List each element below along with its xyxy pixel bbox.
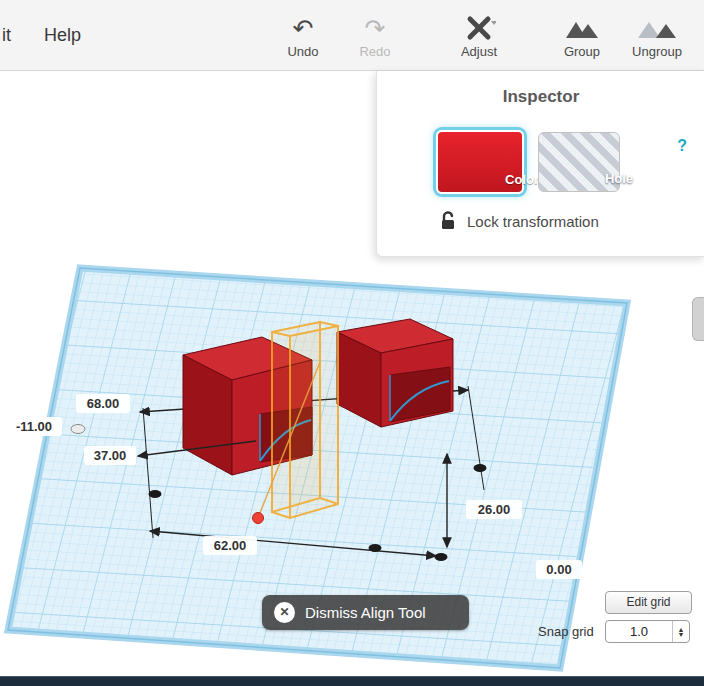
- redo-label: Redo: [353, 44, 397, 59]
- ghost-box[interactable]: [272, 322, 338, 518]
- dimension-label-62[interactable]: 62.00: [214, 538, 247, 553]
- dimension-label-neg11[interactable]: -11.00: [16, 419, 52, 434]
- undo-button[interactable]: ↶ Undo: [281, 12, 325, 59]
- lock-label: Lock transformation: [467, 213, 599, 230]
- inspector-panel: Inspector Color Hole ? Lock transformati…: [376, 71, 704, 257]
- adjust-tools-icon: [462, 12, 496, 46]
- adjust-label: Adjust: [453, 44, 505, 59]
- dismiss-align-tool-label: Dismiss Align Tool: [305, 604, 426, 621]
- snap-grid-label: Snap grid: [538, 624, 594, 639]
- hole-swatch[interactable]: Hole: [538, 132, 620, 192]
- align-handle-selected[interactable]: [253, 513, 264, 524]
- lock-transformation-toggle[interactable]: Lock transformation: [439, 211, 599, 231]
- align-handle[interactable]: [369, 544, 382, 552]
- ungroup-label: Ungroup: [626, 44, 688, 59]
- color-swatch[interactable]: Color: [436, 130, 524, 194]
- toolbar: it Help ↶ Undo ↷ Redo Adjust Group: [0, 0, 704, 71]
- align-handle[interactable]: [474, 464, 487, 472]
- redo-button[interactable]: ↷ Redo: [353, 12, 397, 59]
- lock-icon: [439, 211, 457, 231]
- dimension-label-37[interactable]: 37.00: [94, 448, 127, 463]
- dimension-label-68[interactable]: 68.00: [87, 396, 120, 411]
- bottom-bar: [0, 676, 704, 686]
- close-icon: ✕: [274, 602, 295, 623]
- inspector-title: Inspector: [377, 71, 704, 107]
- undo-label: Undo: [281, 44, 325, 59]
- group-label: Group: [556, 44, 608, 59]
- dimension-label-0[interactable]: 0.00: [546, 562, 571, 577]
- ungroup-button[interactable]: Ungroup: [626, 12, 688, 59]
- dimension-label-26[interactable]: 26.00: [478, 502, 511, 517]
- plane-handle[interactable]: [71, 425, 85, 434]
- group-icon: [562, 12, 602, 46]
- redo-icon: ↷: [353, 12, 397, 46]
- menu-item-edit[interactable]: it: [2, 0, 11, 70]
- edit-grid-button[interactable]: Edit grid: [605, 591, 692, 614]
- undo-icon: ↶: [281, 12, 325, 46]
- stepper-arrows-icon[interactable]: ▲▼: [672, 621, 689, 642]
- dismiss-align-tool-button[interactable]: ✕ Dismiss Align Tool: [262, 595, 469, 630]
- align-handle[interactable]: [149, 490, 162, 498]
- hole-swatch-label: Hole: [579, 171, 659, 186]
- app-window: 68.00 -11.00 37.00 62.00 26.00 0.00 it H…: [0, 0, 704, 686]
- adjust-button[interactable]: Adjust: [453, 12, 505, 59]
- group-button[interactable]: Group: [556, 12, 608, 59]
- ungroup-icon: [634, 12, 680, 46]
- menu-item-help[interactable]: Help: [44, 0, 81, 70]
- help-link[interactable]: ?: [677, 137, 687, 155]
- align-handle[interactable]: [435, 553, 448, 561]
- scrollbar-thumb[interactable]: [692, 297, 704, 341]
- snap-grid-value: 1.0: [606, 624, 672, 639]
- red-box-right[interactable]: [337, 319, 453, 427]
- snap-grid-select[interactable]: 1.0 ▲▼: [605, 620, 690, 643]
